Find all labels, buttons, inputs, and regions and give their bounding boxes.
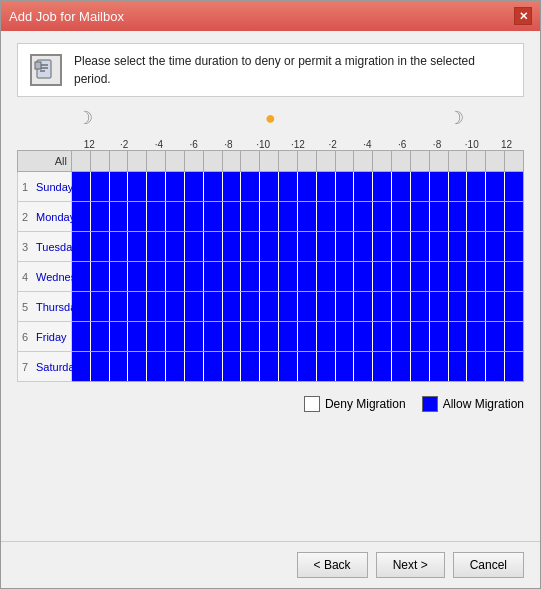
day-cell[interactable] xyxy=(373,262,392,291)
day-cell[interactable] xyxy=(260,172,279,201)
day-cell[interactable] xyxy=(411,262,430,291)
day-cell[interactable] xyxy=(185,322,204,351)
day-cell[interactable] xyxy=(72,322,91,351)
day-row[interactable] xyxy=(72,352,524,382)
day-cell[interactable] xyxy=(185,352,204,381)
all-cell[interactable] xyxy=(147,151,166,171)
day-cell[interactable] xyxy=(279,352,298,381)
day-cell[interactable] xyxy=(411,202,430,231)
day-cell[interactable] xyxy=(505,292,523,321)
day-cell[interactable] xyxy=(72,172,91,201)
day-cell[interactable] xyxy=(241,232,260,261)
day-cell[interactable] xyxy=(110,202,129,231)
all-cell[interactable] xyxy=(279,151,298,171)
day-row[interactable] xyxy=(72,202,524,232)
day-cell[interactable] xyxy=(354,172,373,201)
day-cell[interactable] xyxy=(260,232,279,261)
day-cell[interactable] xyxy=(166,352,185,381)
day-cell[interactable] xyxy=(110,352,129,381)
all-cell[interactable] xyxy=(336,151,355,171)
day-cell[interactable] xyxy=(336,322,355,351)
day-cell[interactable] xyxy=(260,202,279,231)
day-cell[interactable] xyxy=(147,262,166,291)
next-button[interactable]: Next > xyxy=(376,552,445,578)
day-cell[interactable] xyxy=(279,322,298,351)
day-cell[interactable] xyxy=(298,322,317,351)
day-cell[interactable] xyxy=(241,202,260,231)
day-cell[interactable] xyxy=(166,262,185,291)
day-row[interactable] xyxy=(72,292,524,322)
day-cell[interactable] xyxy=(486,352,505,381)
day-cell[interactable] xyxy=(204,262,223,291)
day-cell[interactable] xyxy=(392,262,411,291)
day-cell[interactable] xyxy=(449,292,468,321)
day-cell[interactable] xyxy=(336,262,355,291)
day-cell[interactable] xyxy=(166,322,185,351)
day-cell[interactable] xyxy=(486,232,505,261)
day-cell[interactable] xyxy=(467,352,486,381)
grid-area[interactable] xyxy=(72,150,524,382)
day-cell[interactable] xyxy=(241,172,260,201)
day-cell[interactable] xyxy=(166,172,185,201)
day-cell[interactable] xyxy=(72,292,91,321)
day-cell[interactable] xyxy=(128,262,147,291)
day-cell[interactable] xyxy=(411,292,430,321)
day-cell[interactable] xyxy=(505,202,523,231)
all-cell[interactable] xyxy=(486,151,505,171)
day-cell[interactable] xyxy=(449,172,468,201)
day-cell[interactable] xyxy=(185,292,204,321)
day-cell[interactable] xyxy=(279,262,298,291)
day-cell[interactable] xyxy=(128,202,147,231)
day-cell[interactable] xyxy=(204,292,223,321)
day-cell[interactable] xyxy=(279,202,298,231)
day-cell[interactable] xyxy=(354,232,373,261)
day-cell[interactable] xyxy=(91,352,110,381)
day-cell[interactable] xyxy=(430,262,449,291)
day-cell[interactable] xyxy=(147,202,166,231)
day-cell[interactable] xyxy=(223,232,242,261)
day-cell[interactable] xyxy=(486,172,505,201)
day-cell[interactable] xyxy=(411,322,430,351)
day-cell[interactable] xyxy=(204,232,223,261)
day-cell[interactable] xyxy=(185,232,204,261)
day-cell[interactable] xyxy=(411,352,430,381)
day-cell[interactable] xyxy=(317,322,336,351)
day-cell[interactable] xyxy=(204,322,223,351)
day-cell[interactable] xyxy=(298,292,317,321)
day-cell[interactable] xyxy=(373,202,392,231)
day-cell[interactable] xyxy=(354,202,373,231)
day-cell[interactable] xyxy=(147,172,166,201)
day-cell[interactable] xyxy=(486,262,505,291)
day-cell[interactable] xyxy=(110,172,129,201)
all-cell[interactable] xyxy=(260,151,279,171)
day-cell[interactable] xyxy=(128,232,147,261)
day-cell[interactable] xyxy=(373,172,392,201)
day-cell[interactable] xyxy=(223,202,242,231)
day-row[interactable] xyxy=(72,232,524,262)
day-cell[interactable] xyxy=(430,322,449,351)
day-cell[interactable] xyxy=(317,172,336,201)
day-cell[interactable] xyxy=(298,202,317,231)
day-cell[interactable] xyxy=(467,232,486,261)
day-cell[interactable] xyxy=(430,232,449,261)
day-cell[interactable] xyxy=(72,262,91,291)
day-cell[interactable] xyxy=(147,232,166,261)
day-row[interactable] xyxy=(72,172,524,202)
day-cell[interactable] xyxy=(223,172,242,201)
day-cell[interactable] xyxy=(336,352,355,381)
day-cell[interactable] xyxy=(449,232,468,261)
all-cell[interactable] xyxy=(392,151,411,171)
all-cell[interactable] xyxy=(110,151,129,171)
all-cell[interactable] xyxy=(185,151,204,171)
day-cell[interactable] xyxy=(505,232,523,261)
day-cell[interactable] xyxy=(260,352,279,381)
all-cells-row[interactable] xyxy=(72,150,524,172)
day-cell[interactable] xyxy=(373,232,392,261)
all-cell[interactable] xyxy=(317,151,336,171)
all-cell[interactable] xyxy=(72,151,91,171)
day-cell[interactable] xyxy=(354,292,373,321)
day-cell[interactable] xyxy=(354,262,373,291)
day-cell[interactable] xyxy=(317,232,336,261)
day-cell[interactable] xyxy=(241,262,260,291)
day-cell[interactable] xyxy=(486,202,505,231)
